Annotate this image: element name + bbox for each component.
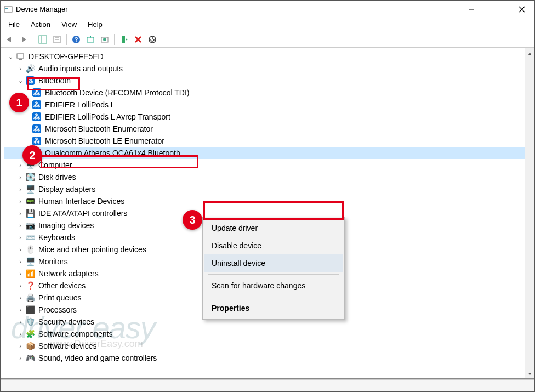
bluetooth-icon: ⁂	[32, 124, 42, 134]
tree-bluetooth-child[interactable]: ⁂ EDIFIER LolliPods L Avrcp Transport	[4, 111, 534, 123]
device-tree-panel: ⌄ DESKTOP-GPFE5ED › 🔊 Audio inputs and o…	[1, 48, 534, 379]
keyboard-icon: ⌨️	[25, 232, 35, 242]
bluetooth-icon: ⁂	[32, 88, 42, 98]
tree-category-computer[interactable]: ›🖥️Computer	[4, 159, 534, 171]
chevron-right-icon[interactable]: ›	[16, 318, 24, 326]
chevron-right-icon[interactable]: ›	[16, 161, 24, 169]
bluetooth-icon: ⁂	[32, 100, 42, 110]
svg-rect-22	[19, 59, 22, 60]
scroll-down-arrow[interactable]: ▾	[525, 369, 534, 378]
enable-device-button[interactable]	[117, 33, 130, 46]
tree-category-disk[interactable]: ›💽Disk drives	[4, 171, 534, 183]
svg-rect-21	[17, 54, 24, 58]
tree-root[interactable]: ⌄ DESKTOP-GPFE5ED	[4, 50, 534, 63]
annotation-2: 2	[22, 145, 42, 165]
chevron-right-icon[interactable]: ›	[16, 354, 24, 362]
hid-icon: 📟	[25, 196, 35, 206]
svg-rect-1	[5, 8, 8, 9]
disk-icon: 💽	[25, 172, 35, 182]
ctx-update-driver[interactable]: Update driver	[204, 219, 343, 237]
chevron-right-icon[interactable]: ›	[16, 282, 24, 289]
content-area: ⌄ DESKTOP-GPFE5ED › 🔊 Audio inputs and o…	[1, 48, 534, 379]
close-button[interactable]	[509, 1, 534, 18]
bluetooth-icon: ⁂	[32, 112, 42, 122]
menu-action[interactable]: Action	[25, 19, 56, 30]
computer-icon	[15, 52, 25, 61]
uninstall-device-button[interactable]	[132, 33, 145, 46]
statusbar	[1, 379, 534, 391]
chevron-right-icon[interactable]: ›	[16, 294, 24, 302]
help-button[interactable]: ?	[70, 33, 83, 46]
menubar: File Action View Help	[1, 18, 534, 31]
titlebar: Device Manager	[1, 1, 534, 18]
ctx-separator	[208, 297, 339, 297]
app-icon	[4, 5, 13, 14]
chevron-right-icon[interactable]: ›	[16, 234, 24, 241]
tree-bluetooth-child[interactable]: ⁂ Microsoft Bluetooth LE Enumerator	[4, 135, 534, 147]
chevron-right-icon[interactable]: ›	[16, 173, 24, 181]
display-icon: 🖥️	[25, 184, 35, 194]
chevron-right-icon[interactable]: ›	[16, 65, 24, 72]
printer-icon: 🖨️	[25, 293, 35, 303]
tree-bluetooth-child-selected[interactable]: ⁂ Qualcomm Atheros QCA61x4 Bluetooth	[4, 147, 534, 159]
monitor-icon: 🖥️	[25, 257, 35, 266]
scroll-up-arrow[interactable]: ▴	[525, 48, 534, 58]
chevron-right-icon[interactable]: ›	[16, 306, 24, 314]
scan-hardware-button[interactable]	[84, 33, 97, 46]
show-hide-tree-button[interactable]	[36, 33, 49, 46]
mouse-icon: 🖱️	[25, 245, 35, 254]
menu-view[interactable]: View	[56, 19, 82, 30]
tree-category-softcomp[interactable]: ›🧩Software components	[4, 328, 534, 340]
tree-category-display[interactable]: ›🖥️Display adapters	[4, 183, 534, 195]
ctx-properties[interactable]: Properties	[204, 299, 343, 317]
tree-category-bluetooth[interactable]: ⌄ ⁂ Bluetooth	[4, 75, 534, 87]
tree-category-softdev[interactable]: ›📦Software devices	[4, 340, 534, 352]
chevron-down-icon[interactable]: ⌄	[16, 77, 24, 84]
chevron-right-icon[interactable]: ›	[16, 221, 24, 229]
tree-bluetooth-child[interactable]: ⁂ Bluetooth Device (RFCOMM Protocol TDI)	[4, 87, 534, 99]
svg-rect-4	[494, 7, 499, 12]
bluetooth-icon: ⁂	[25, 76, 35, 86]
chevron-right-icon[interactable]: ›	[16, 342, 24, 350]
sound-icon: 🎮	[25, 353, 35, 363]
tree-category-sound[interactable]: ›🎮Sound, video and game controllers	[4, 352, 534, 364]
minimize-button[interactable]	[459, 1, 484, 18]
chevron-right-icon[interactable]: ›	[16, 270, 24, 277]
tree-bluetooth-child[interactable]: ⁂ Microsoft Bluetooth Enumerator	[4, 123, 534, 135]
chevron-right-icon[interactable]: ›	[16, 185, 24, 193]
tree-category-audio[interactable]: › 🔊 Audio inputs and outputs	[4, 63, 534, 75]
svg-rect-7	[39, 36, 47, 43]
vertical-scrollbar[interactable]: ▴ ▾	[525, 48, 534, 378]
chevron-right-icon[interactable]: ›	[16, 258, 24, 265]
disable-device-button[interactable]	[146, 33, 159, 46]
annotation-1: 1	[9, 93, 29, 112]
svg-text:?: ?	[75, 36, 78, 43]
back-button[interactable]	[3, 33, 16, 46]
tree-bluetooth-child[interactable]: ⁂ EDIFIER LolliPods L	[4, 99, 534, 111]
menu-help[interactable]: Help	[82, 19, 108, 30]
ide-icon: 💾	[25, 208, 35, 218]
other-icon: ❓	[25, 281, 35, 291]
window-title: Device Manager	[16, 5, 68, 13]
properties-button[interactable]	[50, 33, 64, 46]
svg-point-16	[103, 38, 106, 41]
shield-icon: 🛡️	[25, 317, 35, 327]
maximize-button[interactable]	[484, 1, 509, 18]
chevron-down-icon[interactable]: ⌄	[7, 53, 14, 60]
chevron-right-icon[interactable]: ›	[16, 330, 24, 338]
menu-file[interactable]: File	[3, 19, 25, 30]
update-driver-button[interactable]	[98, 33, 111, 46]
chevron-right-icon[interactable]: ›	[16, 246, 24, 253]
ctx-disable-device[interactable]: Disable device	[204, 237, 343, 254]
ctx-uninstall-device[interactable]: Uninstall device	[204, 254, 343, 272]
window-controls	[459, 1, 534, 18]
chevron-right-icon[interactable]: ›	[16, 209, 24, 217]
svg-rect-0	[4, 7, 12, 12]
speaker-icon: 🔊	[25, 64, 35, 73]
forward-button[interactable]	[17, 33, 30, 46]
component-icon: 🧩	[25, 329, 35, 339]
chevron-right-icon[interactable]: ›	[16, 197, 24, 205]
software-icon: 📦	[25, 341, 35, 351]
ctx-scan-hardware[interactable]: Scan for hardware changes	[204, 277, 343, 294]
tree-category-hid[interactable]: ›📟Human Interface Devices	[4, 195, 534, 207]
